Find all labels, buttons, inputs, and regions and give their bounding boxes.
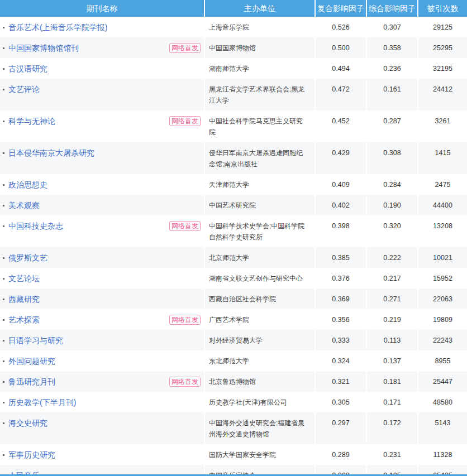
sponsor-cell: 对外经济贸易大学 [204,330,314,350]
journal-name-cell: 军事历史研究 [0,444,204,465]
composite-if-cell: 0.369 [314,289,366,309]
composite-if-cell: 0.452 [314,110,366,142]
table-row: 日语学习与研究 对外经济贸易大学 0.333 0.113 22243 [0,330,467,350]
online-first-badge: 网络首发 [169,43,201,53]
journal-name-link[interactable]: 俄罗斯文艺 [8,252,47,263]
journal-name-link[interactable]: 科学与无神论 [8,116,55,127]
composite-if-cell: 0.376 [314,268,366,289]
sponsor-cell: 湖南省文联文艺创作与研究中心 [204,268,314,289]
table-row: 中国国家博物馆馆刊 网络首发 中国国家博物馆 0.500 0.358 25295 [0,37,467,58]
citations-cell: 19809 [417,309,467,330]
comprehensive-if-cell: 0.190 [366,195,417,215]
table-row: 文艺论坛 湖南省文联文艺创作与研究中心 0.376 0.217 15952 [0,268,467,289]
table-row: 音乐艺术(上海音乐学院学报) 上海音乐学院 0.526 0.307 29125 [0,17,467,37]
sponsor-cell: 中国社会科学院马克思主义研究院 [204,110,314,142]
comprehensive-if-cell: 0.320 [366,215,417,247]
comprehensive-if-cell: 0.287 [366,110,417,142]
header-comprehensive-impact-factor: 综合影响因子 [366,0,417,17]
header-citations: 被引次数 [417,0,467,17]
bullet-square-icon [3,319,4,321]
sponsor-cell: 中国国家博物馆 [204,37,314,58]
bullet-square-icon [3,121,4,122]
journal-ranking-table: 期刊名称 主办单位 复合影响因子 综合影响因子 被引次数 音乐艺术(上海音乐学院… [0,0,467,476]
citations-cell: 3261 [417,110,467,142]
header-composite-impact-factor: 复合影响因子 [314,0,366,17]
citations-cell: 22063 [417,289,467,309]
bullet-square-icon [3,27,4,28]
comprehensive-if-cell: 0.231 [366,444,417,465]
citations-cell: 32195 [417,58,467,79]
journal-name-cell: 鲁迅研究月刊 网络首发 [0,371,204,392]
table-row: 美术观察 中国艺术研究院 0.402 0.190 44400 [0,195,467,215]
citations-cell: 2475 [417,174,467,195]
comprehensive-if-cell: 0.171 [366,392,417,412]
citations-cell: 22243 [417,330,467,350]
bullet-square-icon [3,257,4,259]
composite-if-cell: 0.402 [314,195,366,215]
composite-if-cell: 0.409 [314,174,366,195]
table-row: 鲁迅研究月刊 网络首发 北京鲁迅博物馆 0.321 0.181 25447 [0,371,467,392]
table-header: 期刊名称 主办单位 复合影响因子 综合影响因子 被引次数 [0,0,467,17]
journal-name-link[interactable]: 历史教学(下半月刊) [8,397,76,408]
bullet-square-icon [3,278,4,280]
citations-cell: 48580 [417,392,467,412]
composite-if-cell: 0.429 [314,142,366,174]
citations-cell: 44400 [417,195,467,215]
journal-name-link[interactable]: 军事历史研究 [8,449,55,460]
citations-cell: 25295 [417,37,467,58]
journal-name-cell: 政治思想史 [0,174,204,195]
sponsor-cell: 东北师范大学 [204,350,314,371]
bullet-square-icon [3,184,4,186]
journal-name-link[interactable]: 日本侵华南京大屠杀研究 [8,147,94,158]
journal-name-link[interactable]: 鲁迅研究月刊 [8,376,55,387]
sponsor-cell: 天津师范大学 [204,174,314,195]
bullet-square-icon [3,152,4,154]
citations-cell: 24412 [417,79,467,110]
composite-if-cell: 0.356 [314,309,366,330]
journal-name-cell: 中国国家博物馆馆刊 网络首发 [0,37,204,58]
citations-cell: 8955 [417,350,467,371]
journal-name-link[interactable]: 音乐艺术(上海音乐学院学报) [8,22,107,33]
online-first-badge: 网络首发 [169,377,201,387]
journal-name-link[interactable]: 美术观察 [8,200,40,211]
online-first-badge: 网络首发 [169,116,201,126]
journal-name-link[interactable]: 政治思想史 [8,179,47,190]
composite-if-cell: 0.472 [314,79,366,110]
sponsor-cell: 上海音乐学院 [204,17,314,37]
sponsor-cell: 湖南师范大学 [204,58,314,79]
comprehensive-if-cell: 0.161 [366,79,417,110]
bullet-square-icon [3,402,4,403]
citations-cell: 11328 [417,444,467,465]
table-body: 音乐艺术(上海音乐学院学报) 上海音乐学院 0.526 0.307 29125 … [0,17,467,476]
journal-name-link[interactable]: 西藏研究 [8,294,40,305]
journal-name-link[interactable]: 文艺评论 [8,84,40,95]
comprehensive-if-cell: 0.271 [366,289,417,309]
journal-name-link[interactable]: 外国问题研究 [8,355,55,367]
bullet-square-icon [3,89,4,90]
sponsor-cell: 中国艺术研究院 [204,195,314,215]
bullet-square-icon [3,68,4,70]
journal-name-cell: 日本侵华南京大屠杀研究 [0,142,204,174]
comprehensive-if-cell: 0.307 [366,17,417,37]
comprehensive-if-cell: 0.137 [366,350,417,371]
journal-name-link[interactable]: 文艺论坛 [8,273,40,284]
table-row: 历史教学(下半月刊) 历史教学社(天津)有限公司 0.305 0.171 485… [0,392,467,412]
journal-name-cell: 历史教学(下半月刊) [0,392,204,412]
sponsor-cell: 中国科学技术史学会;中国科学院自然科学史研究所 [204,215,314,247]
journal-name-link[interactable]: 古汉语研究 [8,63,47,74]
journal-name-cell: 文艺论坛 [0,268,204,289]
journal-name-link[interactable]: 中国科技史杂志 [8,220,63,232]
journal-name-link[interactable]: 日语学习与研究 [8,335,63,346]
journal-name-link[interactable]: 中国国家博物馆馆刊 [8,42,79,54]
table-row: 古汉语研究 湖南师范大学 0.494 0.236 32195 [0,58,467,79]
bullet-square-icon [3,225,4,227]
sponsor-cell: 历史教学社(天津)有限公司 [204,392,314,412]
table-row: 科学与无神论 网络首发 中国社会科学院马克思主义研究院 0.452 0.287 … [0,110,467,142]
composite-if-cell: 0.385 [314,247,366,268]
journal-name-cell: 音乐艺术(上海音乐学院学报) [0,17,204,37]
journal-name-link[interactable]: 艺术探索 [8,314,40,325]
bullet-square-icon [3,381,4,383]
journal-name-cell: 俄罗斯文艺 [0,247,204,268]
journal-name-cell: 西藏研究 [0,289,204,309]
journal-name-link[interactable]: 海交史研究 [8,417,47,429]
